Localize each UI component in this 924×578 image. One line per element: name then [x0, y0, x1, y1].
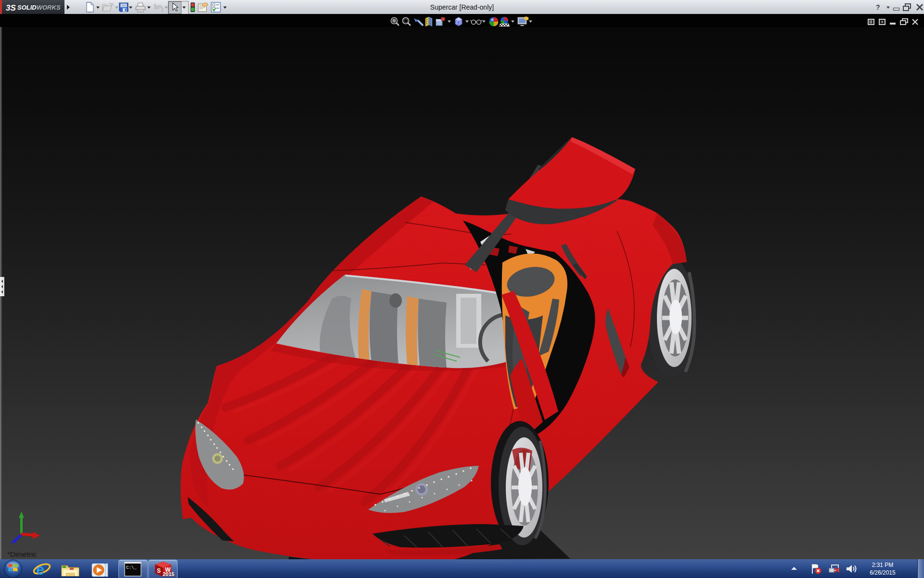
- svg-text:S: S: [157, 567, 161, 574]
- svg-text:SOLIDWORKS: SOLIDWORKS: [17, 4, 61, 11]
- svg-text:C:\_: C:\_: [126, 565, 137, 570]
- svg-text:e: e: [36, 561, 44, 578]
- svg-text:3S: 3S: [6, 3, 16, 13]
- svg-text:?: ?: [876, 3, 880, 11]
